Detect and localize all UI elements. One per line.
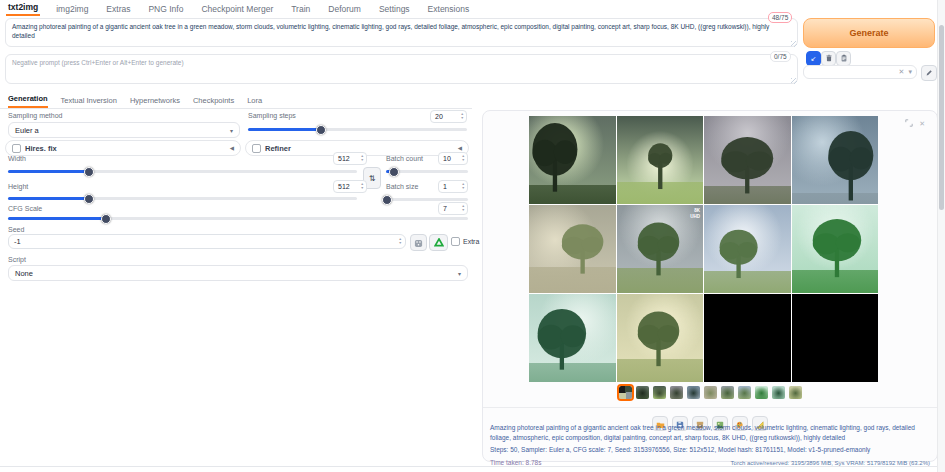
tab-txt2img[interactable]: txt2img — [6, 0, 40, 16]
empty-grid-cell[interactable] — [792, 294, 879, 382]
thumbnail-image[interactable] — [772, 386, 785, 399]
thumbnail-image[interactable] — [721, 386, 734, 399]
vram-usage: Torch active/reserved: 3195/3896 MiB, Sy… — [731, 460, 930, 466]
chevron-down-icon: ▾ — [458, 270, 461, 277]
height-slider[interactable] — [8, 197, 357, 200]
tab-checkpoints[interactable]: Checkpoints — [193, 96, 234, 108]
thumbnail-grid[interactable] — [619, 386, 632, 399]
hires-fix-accordion[interactable]: Hires. fix ◀ — [5, 140, 241, 156]
tab-generation[interactable]: Generation — [8, 94, 48, 108]
hires-fix-checkbox[interactable] — [12, 144, 21, 153]
thumbnail-image[interactable] — [704, 386, 717, 399]
stepper-icon[interactable]: ▲▼ — [361, 155, 364, 162]
batch-size-slider[interactable] — [386, 198, 468, 201]
stable-diffusion-webui: txt2img img2img Extras PNG Info Checkpoi… — [0, 0, 945, 472]
thumbnail-image[interactable] — [670, 386, 683, 399]
thumbnail-image[interactable] — [755, 386, 768, 399]
result-image-grid[interactable]: 8K UHD — [529, 116, 878, 382]
pencil-icon — [925, 69, 933, 78]
generated-image[interactable] — [792, 205, 879, 293]
edit-styles-button[interactable] — [921, 65, 937, 81]
stepper-icon[interactable]: ▲▼ — [361, 183, 364, 190]
tab-extension[interactable]: Deforum — [326, 1, 363, 16]
page-scrollbar[interactable] — [937, 0, 945, 472]
close-icon[interactable]: ✕ — [919, 120, 925, 128]
stepper-icon[interactable]: ▲▼ — [462, 205, 465, 212]
tab-png-info[interactable]: PNG Info — [146, 1, 185, 16]
stepper-icon[interactable]: ▲▼ — [462, 155, 465, 162]
apply-styles-button[interactable] — [836, 51, 851, 66]
generated-image[interactable] — [529, 205, 616, 293]
thumbnail-image[interactable] — [653, 386, 666, 399]
prompt-input[interactable]: Amazing photoreal painting of a gigantic… — [5, 18, 798, 47]
cfg-scale-slider[interactable] — [8, 217, 468, 220]
generated-image[interactable] — [704, 205, 791, 293]
tab-lora[interactable]: Lora — [247, 96, 262, 108]
stepper-icon[interactable]: ▲▼ — [461, 113, 464, 120]
clear-prompt-button[interactable] — [821, 51, 836, 66]
tab-settings[interactable]: Settings — [377, 1, 412, 16]
paste-icon: ↙ — [811, 55, 817, 63]
thumbnail-image[interactable] — [789, 386, 802, 399]
width-slider[interactable] — [8, 170, 357, 173]
refiner-checkbox[interactable] — [252, 144, 261, 153]
generated-image[interactable] — [617, 116, 704, 204]
tab-checkpoint-merger[interactable]: Checkpoint Merger — [199, 1, 275, 16]
height-label: Height — [8, 183, 28, 190]
expand-icon[interactable] — [905, 119, 913, 128]
random-seed-button[interactable] — [410, 234, 427, 251]
batch-count-slider[interactable] — [386, 170, 468, 173]
prompt-token-counter: 48/75 — [768, 12, 792, 23]
tab-train[interactable]: Train — [289, 1, 312, 16]
batch-size-input[interactable]: 1▲▼ — [438, 180, 468, 193]
negative-prompt-input[interactable] — [5, 54, 798, 84]
info-params-text: Steps: 50, Sampler: Euler a, CFG scale: … — [490, 446, 930, 453]
generated-image[interactable]: 8K UHD — [617, 205, 704, 293]
image-watermark-text: 8K UHD — [690, 208, 700, 220]
generated-image[interactable] — [529, 116, 616, 204]
tab-textual-inversion[interactable]: Textual Inversion — [61, 96, 117, 108]
thumbnail-image[interactable] — [738, 386, 751, 399]
dice-icon — [414, 234, 423, 252]
sampling-method-label: Sampling method — [8, 112, 62, 119]
generated-image[interactable] — [792, 116, 879, 204]
cfg-scale-input[interactable]: 7▲▼ — [438, 202, 468, 215]
tab-hypernetworks[interactable]: Hypernetworks — [130, 96, 180, 108]
paste-generation-params-button[interactable]: ↙ — [806, 51, 821, 66]
batch-count-label: Batch count — [386, 155, 423, 162]
prompt-resize-handle[interactable] — [791, 41, 797, 47]
trash-icon — [825, 54, 833, 63]
swap-icon: ⇅ — [369, 174, 376, 183]
sampling-steps-label: Sampling steps — [248, 112, 296, 119]
batch-count-input[interactable]: 10▲▼ — [438, 152, 468, 165]
stepper-icon[interactable]: ▲▼ — [462, 183, 465, 190]
generated-image[interactable] — [529, 294, 616, 382]
generated-image[interactable] — [704, 116, 791, 204]
sampling-method-dropdown[interactable]: Euler a▾ — [8, 122, 240, 138]
empty-grid-cell[interactable] — [704, 294, 791, 382]
negative-resize-handle[interactable] — [791, 78, 797, 84]
generated-image[interactable] — [617, 294, 704, 382]
recycle-icon — [434, 234, 444, 252]
gallery-controls: ✕ — [905, 119, 925, 128]
thumbnail-image[interactable] — [687, 386, 700, 399]
script-dropdown[interactable]: None▾ — [8, 265, 468, 281]
tab-extensions[interactable]: Extensions — [426, 1, 472, 16]
tab-extras[interactable]: Extras — [104, 1, 132, 16]
extra-seed-checkbox[interactable]: Extra — [451, 237, 479, 246]
sampling-steps-slider[interactable] — [248, 128, 467, 131]
scrollbar-thumb[interactable] — [939, 25, 944, 210]
gallery-thumbnails — [483, 386, 937, 399]
extra-networks-tab-bar: Generation Textual Inversion Hypernetwor… — [8, 94, 262, 108]
thumbnail-image[interactable] — [636, 386, 649, 399]
generate-button[interactable]: Generate — [803, 18, 935, 48]
width-input[interactable]: 512▲▼ — [333, 152, 367, 165]
tab-img2img[interactable]: img2img — [54, 1, 90, 16]
reuse-seed-button[interactable] — [429, 234, 448, 251]
sampling-steps-input[interactable]: 20▲▼ — [430, 110, 467, 123]
height-input[interactable]: 512▲▼ — [333, 180, 367, 193]
seed-input[interactable]: -1▲▼ — [8, 234, 406, 249]
stepper-icon[interactable]: ▲▼ — [399, 238, 402, 245]
clear-styles-icon[interactable]: ✕ — [899, 68, 905, 76]
styles-dropdown[interactable]: ✕ ▾ — [803, 65, 917, 79]
